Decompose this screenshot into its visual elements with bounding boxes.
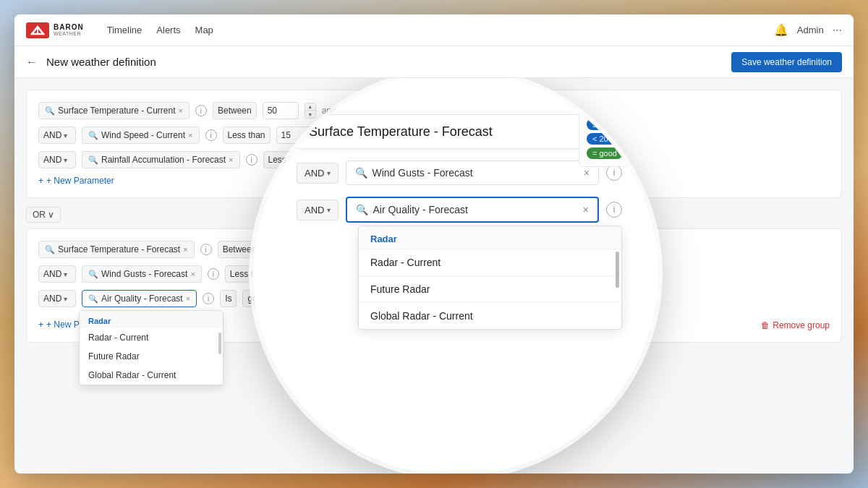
remove-param-6[interactable]: × [186,294,190,303]
param-label-5: Wind Gusts - Forecast [101,269,187,279]
zoom-dropdown-item-1[interactable]: Future Radar [359,275,621,302]
zoom-panel-title: Surface Temperature - Forecast [309,124,571,140]
search-icon-2: 🔍 [88,131,98,140]
zoom-operator-3[interactable]: AND ▾ [297,200,339,221]
nav-alerts[interactable]: Alerts [156,22,180,38]
zoom-clear-2[interactable]: × [584,167,590,179]
info-icon-6[interactable]: i [203,293,214,304]
logo-text: BARON WEATHER [54,24,84,36]
dropdown-item-0[interactable]: Radar - Current [80,328,223,347]
param-chip-wind-gusts: 🔍 Wind Gusts - Forecast × [82,265,202,283]
zoom-clear-3[interactable]: × [583,204,589,215]
zoom-dropdown: Radar Radar - Current Future Radar Globa… [358,226,622,330]
param-chip-rainfall: 🔍 Rainfall Accumulation - Forecast × [82,151,240,168]
operator-select-5[interactable]: AND ▾ [38,265,76,283]
dropdown-item-2[interactable]: Global Radar - Current [80,366,223,385]
search-icon-5: 🔍 [88,270,98,279]
top-nav: BARON WEATHER Timeline Alerts Map 🔔 Admi… [14,14,854,46]
page-title: New weather definition [46,56,723,68]
main-content: 🔍 Surface Temperature - Current × i Betw… [14,78,854,474]
param-chip-air-quality: 🔍 Air Quality - Forecast × [82,290,197,307]
zoom-dropdown-category: Radar [359,226,621,249]
condition-select-6[interactable]: Is [220,290,237,307]
remove-param-3[interactable]: × [229,155,233,164]
zoom-info-icon-2[interactable]: i [606,165,622,181]
zoom-wind-gusts-label: Wind Gusts - Forecast [372,167,579,179]
param-chip-wind-speed: 🔍 Wind Speed - Current × [82,127,200,144]
zoom-row2: AND ▾ 🔍 Wind Gusts - Forecast × i [297,160,622,185]
bell-icon[interactable]: 🔔 [774,23,788,38]
remove-param-5[interactable]: × [190,270,195,278]
param-chip-surface-temp-forecast: 🔍 Surface Temperature - Forecast × [38,241,195,258]
search-icon-4: 🔍 [45,245,55,254]
nav-links: Timeline Alerts Map [107,22,774,38]
right-chip-2: < 20 mph [587,133,631,145]
dropdown-category: Radar [80,311,223,328]
plus-icon-1: + [38,176,43,186]
back-button[interactable]: ← [26,56,38,69]
zoom-air-quality-search[interactable]: 🔍 Air Quality - Forecast × [346,197,599,223]
logo-area: BARON WEATHER [26,22,84,38]
zoom-inner: Surface Temperature - Forecast × i 50 to… [253,78,658,474]
param-label-3: Rainfall Accumulation - Forecast [101,155,226,165]
info-icon-5[interactable]: i [208,268,219,280]
logo-baron: BARON [54,24,84,31]
remove-param-2[interactable]: × [188,131,192,140]
operator-select-2[interactable]: AND ▾ [38,127,76,144]
more-icon[interactable]: ··· [833,24,842,37]
plus-icon-2: + [38,320,43,330]
condition-control-1: Between [213,102,257,119]
zoom-right-panel: 50 to 80 °F < 20 mph = good [579,111,658,167]
condition-select-1[interactable]: Between [213,102,257,119]
info-icon-2[interactable]: i [205,129,217,141]
nav-timeline[interactable]: Timeline [107,22,142,38]
baron-logo-box [26,22,49,38]
zoom-info-icon-3[interactable]: i [606,202,622,218]
zoom-search-icon-2: 🔍 [355,167,367,179]
param-label-4: Surface Temperature - Forecast [58,244,180,254]
zoom-dropdown-scrollbar[interactable] [616,252,619,288]
remove-param-1[interactable]: × [179,106,183,115]
zoom-dropdown-item-0[interactable]: Radar - Current [359,249,621,275]
param-label-2: Wind Speed - Current [101,130,185,140]
or-operator[interactable]: OR ∨ [26,207,61,223]
search-icon-6: 🔍 [88,294,98,304]
nav-map[interactable]: Map [195,22,213,38]
operator-select-3[interactable]: AND ▾ [38,151,76,168]
info-icon-4[interactable]: i [200,244,212,255]
zoom-dropdown-item-2[interactable]: Global Radar - Current [359,302,621,329]
zoom-wind-gusts-search[interactable]: 🔍 Wind Gusts - Forecast × [346,160,599,185]
dropdown-item-1[interactable]: Future Radar [80,347,223,366]
remove-group-button[interactable]: 🗑 Remove group [761,320,830,330]
zoom-row3: AND ▾ 🔍 Air Quality - Forecast × i Radar… [297,197,622,223]
param-label-1: Surface Temperature - Current [58,106,176,116]
zoom-operator-2[interactable]: AND ▾ [297,163,339,184]
admin-label[interactable]: Admin [797,25,824,35]
right-chip-3: = good [587,147,623,159]
zoom-overlay: Surface Temperature - Forecast × i 50 to… [253,78,658,474]
air-quality-dropdown: Radar Radar - Current Future Radar Globa… [79,310,224,385]
app-container: BARON WEATHER Timeline Alerts Map 🔔 Admi… [14,14,854,474]
save-weather-definition-button[interactable]: Save weather definition [731,52,842,72]
zoom-air-quality-label: Air Quality - Forecast [373,204,578,215]
subheader: ← New weather definition Save weather de… [14,46,854,78]
operator-select-6[interactable]: AND ▾ [38,290,76,307]
trash-icon: 🗑 [761,320,770,330]
zoom-search-icon-3: 🔍 [356,204,368,215]
zoom-header-panel: Surface Temperature - Forecast × i 50 to… [297,114,622,149]
remove-param-4[interactable]: × [183,245,187,254]
search-icon-1: 🔍 [45,106,55,116]
info-icon-1[interactable]: i [195,105,207,116]
dropdown-scrollbar[interactable] [218,333,221,354]
param-chip-surface-temp-current: 🔍 Surface Temperature - Current × [38,102,190,119]
logo-weather: WEATHER [54,31,84,36]
param-label-6: Air Quality - Forecast [101,294,183,304]
right-chip-1: 50 to 80 °F [587,119,637,130]
nav-right: 🔔 Admin ··· [774,23,842,38]
search-icon-3: 🔍 [88,155,98,165]
